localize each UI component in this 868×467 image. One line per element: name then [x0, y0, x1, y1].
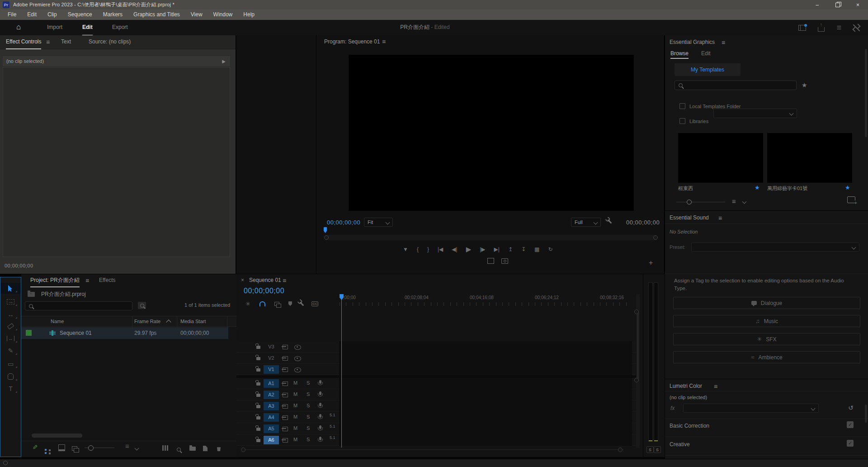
program-playhead[interactable]: [324, 227, 327, 233]
program-current-timecode[interactable]: 00;00;00;00: [327, 219, 360, 226]
track-target-label[interactable]: A5: [264, 424, 279, 433]
captions-icon[interactable]: CC: [311, 301, 319, 306]
slider-handle[interactable]: [687, 200, 692, 205]
tab-project[interactable]: Project: PR介面介紹: [30, 274, 80, 287]
zoom-slider[interactable]: [85, 448, 114, 448]
libraries-checkbox[interactable]: [679, 118, 685, 124]
zoom-slider-handle[interactable]: [88, 445, 94, 451]
track-lane[interactable]: [340, 353, 632, 364]
track-lock-icon[interactable]: [256, 368, 260, 372]
templates-search-input[interactable]: [675, 81, 797, 90]
menu-view[interactable]: View: [185, 10, 208, 20]
panel-menu-icon[interactable]: ≡: [718, 214, 722, 222]
track-lock-icon[interactable]: [256, 394, 260, 397]
find-icon[interactable]: [138, 302, 146, 309]
track-lane[interactable]: [340, 378, 632, 389]
zoom-level-select[interactable]: Fit: [364, 218, 393, 227]
track-target-label[interactable]: A1: [264, 379, 279, 388]
panel-menu-icon[interactable]: ≡: [283, 277, 286, 284]
dialogue-tag-button[interactable]: Dialogue: [673, 297, 860, 309]
horizontal-scrollbar[interactable]: [32, 434, 82, 438]
voice-over-record-icon[interactable]: [319, 425, 321, 429]
sync-lock-icon[interactable]: [283, 367, 288, 372]
track-lock-icon[interactable]: [256, 357, 260, 360]
fullscreen-icon[interactable]: [853, 24, 860, 31]
menu-help[interactable]: Help: [238, 10, 260, 20]
button-editor-icon[interactable]: +: [649, 259, 653, 267]
scrollbar-zoom-handle[interactable]: [634, 378, 639, 382]
sort-icon[interactable]: ≡: [732, 197, 736, 205]
horizontal-scrollbar[interactable]: [245, 449, 623, 450]
sync-lock-icon[interactable]: [283, 415, 288, 420]
track-lane[interactable]: [340, 341, 632, 353]
my-templates-button[interactable]: My Templates: [675, 63, 741, 76]
settings-wrench-icon[interactable]: [608, 219, 612, 224]
project-writable-icon[interactable]: ✎: [32, 443, 38, 451]
sync-lock-icon[interactable]: [283, 356, 288, 361]
tab-browse[interactable]: Browse: [670, 49, 689, 59]
chevron-down-icon[interactable]: [135, 446, 139, 451]
ambience-tag-button[interactable]: ≈Ambience: [673, 351, 860, 363]
clear-icon[interactable]: [217, 445, 221, 453]
panel-menu-icon[interactable]: ≡: [46, 38, 50, 46]
minimize-button[interactable]: –: [807, 0, 827, 10]
toggle-track-output-icon[interactable]: [294, 345, 301, 350]
project-file-name[interactable]: PR介面介紹.prproj: [41, 291, 86, 298]
program-scrubber[interactable]: [325, 235, 657, 240]
vertical-scrollbar-thumb[interactable]: [637, 311, 639, 381]
safe-margins-icon[interactable]: [487, 258, 494, 264]
template-thumbnail[interactable]: [767, 133, 852, 183]
voice-over-record-icon[interactable]: [319, 403, 321, 406]
local-templates-checkbox[interactable]: [679, 103, 685, 109]
track-lane[interactable]: [340, 364, 632, 375]
scrollbar-zoom-handle[interactable]: [241, 448, 245, 452]
scrollbar-thumb[interactable]: [865, 49, 867, 137]
linked-selection-icon[interactable]: [274, 302, 279, 306]
favorites-filter-icon[interactable]: ★: [802, 81, 807, 89]
tab-sequence[interactable]: Sequence 01: [249, 274, 281, 286]
track-lane[interactable]: [340, 423, 632, 434]
panel-menu-icon[interactable]: ≡: [85, 277, 89, 284]
panel-menu-icon[interactable]: ≡: [722, 39, 725, 46]
close-icon[interactable]: ×: [241, 277, 244, 283]
track-lock-icon[interactable]: [256, 439, 260, 442]
workspaces-icon[interactable]: ≡: [836, 24, 841, 32]
scrollbar-zoom-handle[interactable]: [634, 310, 639, 314]
play-icon[interactable]: ▶: [466, 245, 472, 253]
column-name[interactable]: Name: [51, 319, 64, 324]
music-tag-button[interactable]: ♫Music: [673, 315, 860, 327]
step-forward-icon[interactable]: |▶: [480, 246, 485, 253]
solo-right-button[interactable]: S: [654, 446, 661, 453]
menu-file[interactable]: File: [2, 10, 22, 20]
lumetri-preset-select[interactable]: [683, 404, 819, 413]
track-target-label[interactable]: A6: [264, 436, 279, 444]
solo-track-button[interactable]: S: [307, 425, 310, 431]
tab-effects[interactable]: Effects: [99, 274, 115, 286]
track-lock-icon[interactable]: [256, 405, 260, 408]
solo-track-button[interactable]: S: [307, 414, 310, 419]
snap-icon[interactable]: [259, 301, 265, 306]
track-lock-icon[interactable]: [256, 382, 260, 386]
sync-lock-icon[interactable]: [283, 381, 288, 386]
menu-window[interactable]: Window: [208, 10, 238, 20]
toggle-track-output-icon[interactable]: [294, 356, 301, 361]
tab-import[interactable]: Import: [47, 20, 62, 35]
razor-tool[interactable]: [0, 321, 21, 332]
export-frame-icon[interactable]: ▦: [534, 246, 539, 253]
add-marker-icon[interactable]: [288, 301, 292, 306]
go-to-out-icon[interactable]: ▶|: [494, 246, 500, 253]
timeline-settings-icon[interactable]: [299, 301, 304, 306]
mark-out-icon[interactable]: }: [427, 246, 429, 253]
solo-track-button[interactable]: S: [307, 391, 310, 397]
lift-icon[interactable]: ↥: [508, 246, 513, 253]
scrollbar-zoom-handle[interactable]: [618, 448, 623, 452]
ripple-edit-tool[interactable]: ↔: [0, 309, 21, 320]
creative-checkbox[interactable]: ✓: [847, 440, 854, 447]
find-icon[interactable]: [177, 445, 181, 453]
mute-track-button[interactable]: M: [293, 425, 297, 431]
menu-sequence[interactable]: Sequence: [62, 10, 98, 20]
thumbnail-zoom-slider[interactable]: [676, 202, 725, 202]
new-layout-icon[interactable]: [847, 196, 855, 203]
selection-tool[interactable]: [0, 283, 21, 294]
go-to-in-icon[interactable]: |◀: [438, 246, 443, 253]
